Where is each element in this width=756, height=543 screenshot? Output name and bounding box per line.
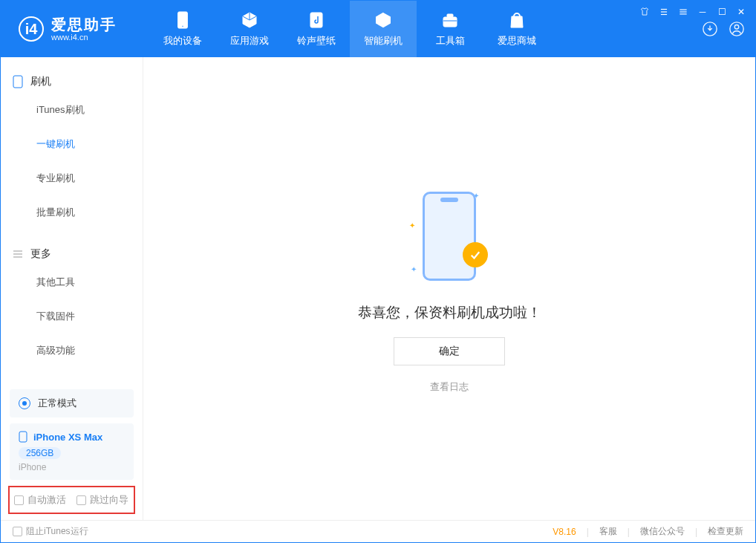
sidebar-item-batch-flash[interactable]: 批量刷机 (36, 195, 143, 230)
device-type: iPhone (19, 462, 125, 472)
tab-label: 爱思商城 (498, 34, 536, 48)
user-icon[interactable] (729, 21, 745, 37)
sidebar-header-more[interactable]: 更多 (1, 243, 143, 265)
device-icon (13, 75, 23, 88)
minimize-button[interactable]: ─ (696, 5, 709, 19)
checkbox-label: 自动激活 (27, 493, 66, 507)
sidebar: 刷机 iTunes刷机 一键刷机 专业刷机 批量刷机 更多 其他工具 下载固件 … (1, 57, 143, 520)
support-link[interactable]: 客服 (599, 525, 617, 538)
version-label: V8.16 (553, 527, 576, 537)
sidebar-item-advanced[interactable]: 高级功能 (36, 334, 143, 368)
more-icon (13, 249, 23, 259)
svg-point-14 (734, 25, 739, 30)
maximize-button[interactable]: ☐ (715, 5, 729, 19)
app-subtitle: www.i4.cn (51, 33, 117, 42)
tab-flash[interactable]: 智能刷机 (350, 1, 417, 57)
sidebar-item-pro-flash[interactable]: 专业刷机 (36, 161, 143, 195)
separator: | (695, 527, 697, 537)
tab-ringtones[interactable]: 铃声壁纸 (283, 1, 350, 57)
success-illustration: ✦ ✦ ✦ (397, 184, 501, 288)
separator: | (628, 527, 630, 537)
music-icon (307, 10, 326, 30)
checkbox-box-icon (13, 527, 22, 536)
main-content: ✦ ✦ ✦ 恭喜您，保资料刷机成功啦！ 确定 查看日志 (143, 57, 755, 520)
device-name: iPhone XS Max (33, 432, 102, 443)
list-icon[interactable] (657, 5, 671, 19)
svg-rect-15 (13, 76, 22, 88)
checkbox-label: 跳过向导 (90, 493, 128, 507)
main-tabs: 我的设备 应用游戏 铃声壁纸 智能刷机 工具箱 爱思商城 (149, 1, 550, 57)
mode-box[interactable]: 正常模式 (10, 389, 134, 417)
sidebar-item-other-tools[interactable]: 其他工具 (36, 265, 143, 299)
close-button[interactable]: ✕ (734, 5, 748, 19)
device-small-icon (19, 431, 27, 443)
sidebar-group-more: 更多 其他工具 下载固件 高级功能 (1, 230, 143, 368)
cube-icon (240, 10, 259, 30)
tab-label: 应用游戏 (230, 34, 269, 48)
device-box[interactable]: iPhone XS Max 256GB iPhone (10, 423, 134, 480)
tab-toolbox[interactable]: 工具箱 (417, 1, 483, 57)
sidebar-group-title: 刷机 (30, 75, 51, 88)
svg-rect-19 (19, 432, 27, 442)
mode-dot-icon (19, 397, 30, 409)
sidebar-item-itunes-flash[interactable]: iTunes刷机 (36, 93, 143, 127)
toolbox-icon (440, 10, 460, 30)
checkbox-box-icon (14, 495, 24, 505)
bag-icon (507, 10, 527, 30)
refresh-icon (374, 10, 393, 30)
menu-icon[interactable] (677, 5, 690, 19)
sidebar-item-oneclick-flash[interactable]: 一键刷机 (36, 127, 143, 161)
app-title: 爱思助手 (51, 16, 117, 33)
tab-label: 工具箱 (436, 34, 465, 48)
checkbox-skip-guide[interactable]: 跳过向导 (76, 493, 128, 507)
success-message: 恭喜您，保资料刷机成功啦！ (358, 303, 541, 322)
svg-point-7 (182, 25, 183, 27)
tab-label: 铃声壁纸 (297, 34, 336, 48)
update-link[interactable]: 检查更新 (708, 525, 743, 538)
wechat-link[interactable]: 微信公众号 (640, 525, 685, 538)
checkbox-auto-activate[interactable]: 自动激活 (14, 493, 66, 507)
highlighted-checkboxes: 自动激活 跳过向导 (8, 486, 135, 514)
sidebar-group-flash: 刷机 iTunes刷机 一键刷机 专业刷机 批量刷机 (1, 57, 143, 230)
tab-label: 智能刷机 (364, 34, 403, 48)
phone-illustration-icon (423, 192, 476, 281)
sparkle-icon: ✦ (409, 221, 415, 230)
sparkle-icon: ✦ (411, 265, 417, 273)
device-storage: 256GB (19, 447, 61, 459)
view-log-link[interactable]: 查看日志 (430, 380, 469, 394)
svg-rect-9 (443, 17, 457, 27)
footer: 阻止iTunes运行 V8.16 | 客服 | 微信公众号 | 检查更新 (1, 520, 755, 542)
header-right (702, 21, 755, 37)
tab-label: 我的设备 (163, 34, 202, 48)
checkbox-block-itunes[interactable]: 阻止iTunes运行 (13, 525, 88, 538)
logo-icon: i4 (19, 16, 44, 42)
checkbox-box-icon (76, 495, 86, 505)
sidebar-group-title: 更多 (30, 247, 51, 261)
sidebar-item-download-firmware[interactable]: 下载固件 (36, 299, 143, 334)
mode-label: 正常模式 (38, 397, 76, 410)
sidebar-header-flash[interactable]: 刷机 (1, 71, 143, 93)
phone-icon (173, 10, 192, 30)
shirt-icon[interactable] (638, 5, 651, 19)
checkbox-label: 阻止iTunes运行 (26, 525, 88, 538)
download-icon[interactable] (702, 21, 718, 37)
tab-apps[interactable]: 应用游戏 (216, 1, 283, 57)
tab-my-device[interactable]: 我的设备 (149, 1, 216, 57)
tab-store[interactable]: 爱思商城 (483, 1, 550, 57)
ok-button[interactable]: 确定 (394, 337, 505, 365)
svg-rect-10 (447, 14, 453, 17)
separator: | (587, 527, 589, 537)
check-badge-icon (463, 242, 488, 267)
logo-area: i4 爱思助手 www.i4.cn (1, 16, 149, 42)
window-controls: ─ ☐ ✕ (638, 5, 748, 19)
